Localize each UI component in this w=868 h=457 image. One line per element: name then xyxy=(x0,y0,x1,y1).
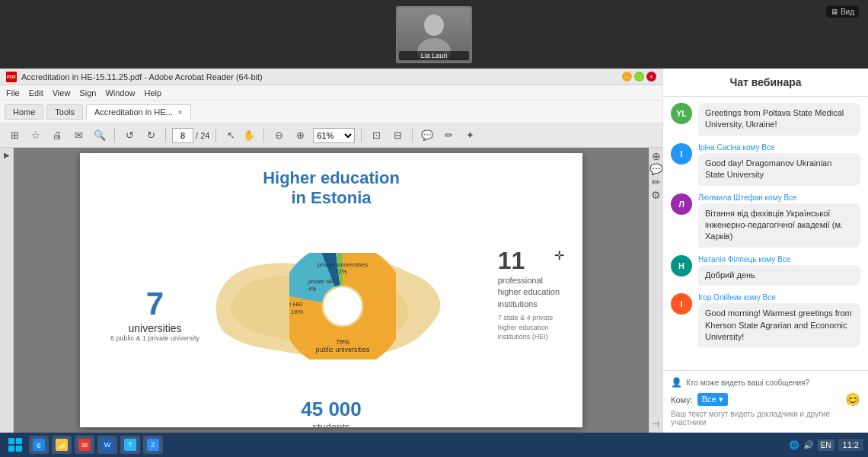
chat-hint: Ваш текст могут видеть докладчики и друг… xyxy=(671,410,860,427)
person-icon: 👤 xyxy=(671,377,682,388)
close-button[interactable]: × xyxy=(646,72,656,81)
message-content: Наталія Філпець кому Все Добрий день xyxy=(698,255,860,286)
network-icon: 🌐 xyxy=(789,440,799,450)
taskbar-mail-icon[interactable]: ✉ xyxy=(75,436,94,454)
menu-sign[interactable]: Sign xyxy=(79,88,96,97)
stat-professional: 11 professional higher education institu… xyxy=(498,246,560,341)
svg-text:state HEI: state HEI xyxy=(289,301,303,308)
maximize-button[interactable]: □ xyxy=(634,72,644,81)
tab-accreditation[interactable]: Accreditation in HE... × xyxy=(86,104,191,120)
zoom-out-icon[interactable]: ⊖ xyxy=(270,127,287,144)
tab-home[interactable]: Home xyxy=(5,104,43,120)
zoom-in-icon[interactable]: ⊕ xyxy=(292,127,308,144)
svg-point-0 xyxy=(424,14,444,36)
annotate-icon[interactable]: ✏ xyxy=(440,127,457,144)
message-bubble: Good day! Dragomanov Ukrainian State Uni… xyxy=(698,153,860,186)
hand-tool-icon[interactable]: ✋ xyxy=(241,127,257,144)
comment-icon[interactable]: 💬 xyxy=(419,127,436,144)
start-button[interactable] xyxy=(5,436,26,454)
panel-expand-icon[interactable]: ▶ xyxy=(4,151,10,159)
avatar: І xyxy=(671,143,692,165)
toolbar-divider-2 xyxy=(165,129,166,142)
fit-page-icon[interactable]: ⊡ xyxy=(368,127,385,144)
message-sender: Ігор Олійник кому Все xyxy=(698,293,860,302)
prev-page-icon[interactable]: ↺ xyxy=(121,127,138,144)
svg-rect-16 xyxy=(16,438,22,444)
bookmark-icon[interactable]: ☆ xyxy=(27,127,44,144)
minimize-button[interactable]: − xyxy=(622,72,632,81)
tools2-icon[interactable]: ✦ xyxy=(461,127,478,144)
menu-view[interactable]: View xyxy=(53,88,71,97)
cursor-tools: ↖ ✋ xyxy=(222,127,257,144)
tools-side-icon[interactable]: ⚙ xyxy=(651,190,661,200)
pdf-section: PDF Accreditation in HE-15.11.25.pdf - A… xyxy=(0,69,662,433)
chat-message: YL Greetings from Poltava State Medical … xyxy=(671,103,860,136)
chat-message: І Іріна Сасіна кому Все Good day! Dragom… xyxy=(671,143,860,186)
select-tool-icon[interactable]: ↖ xyxy=(222,127,239,144)
slide-content: Higher education in Estonia 7 universiti… xyxy=(80,153,582,427)
message-bubble: Good morning! Warmest greetings from Khe… xyxy=(698,303,860,347)
avatar: І xyxy=(671,293,692,315)
page-number-input[interactable] xyxy=(172,128,193,143)
chat-to-label: Кому: xyxy=(671,395,693,404)
svg-text:2%: 2% xyxy=(338,268,347,275)
taskbar-folder-icon[interactable]: 📁 xyxy=(52,436,72,454)
menu-help[interactable]: Help xyxy=(145,88,162,97)
chat-title: Чат вебинара xyxy=(674,76,857,88)
taskbar-telegram-icon[interactable]: T xyxy=(120,436,140,454)
next-page-icon[interactable]: ↻ xyxy=(142,127,159,144)
toolbar-divider-4 xyxy=(263,129,264,142)
svg-rect-17 xyxy=(8,446,14,452)
pdf-titlebar: PDF Accreditation in HE-15.11.25.pdf - A… xyxy=(0,69,662,85)
comment-side-icon[interactable]: 💬 xyxy=(649,164,662,174)
language-indicator[interactable]: EN xyxy=(818,439,834,451)
menu-window[interactable]: Window xyxy=(105,88,135,97)
chat-message: І Ігор Олійник кому Все Good morning! Wa… xyxy=(671,293,860,347)
svg-point-6 xyxy=(324,287,362,325)
tab-close-icon[interactable]: × xyxy=(178,108,183,117)
taskbar-ie-icon[interactable]: e xyxy=(29,436,49,454)
volume-icon: 🔊 xyxy=(803,440,814,450)
taskbar-word-icon[interactable]: W xyxy=(97,436,117,454)
zoom-in-side-icon[interactable]: ⊕ xyxy=(652,151,661,161)
zoom-select[interactable]: 61% 50% 75% 100% xyxy=(313,128,355,143)
pencil-side-icon[interactable]: ✏ xyxy=(652,177,661,187)
stat-universities: 7 universities 6 public & 1 private univ… xyxy=(110,286,199,342)
view-button[interactable]: 🖥 Вид xyxy=(826,6,859,18)
email-icon[interactable]: ✉ xyxy=(70,127,87,144)
menu-edit[interactable]: Edit xyxy=(29,88,43,97)
emoji-button[interactable]: 😊 xyxy=(845,392,860,407)
taskbar: e 📁 ✉ W T Z 🌐 🔊 EN 11:2 xyxy=(0,433,868,457)
print-icon[interactable]: 🖨 xyxy=(49,127,65,144)
monitor-icon: 🖥 xyxy=(831,8,838,16)
pdf-right-panel: ⊕ 💬 ✏ ⚙ ⊣ xyxy=(649,148,662,433)
chat-footer: 👤 Кто може видеть ваші сообщения? Кому: … xyxy=(663,370,868,433)
message-sender: Люлмила Штефан кому Все xyxy=(698,193,860,202)
chat-panel: Чат вебинара YL Greetings from Poltava S… xyxy=(662,69,868,433)
message-content: Ігор Олійник кому Все Good morning! Warm… xyxy=(698,293,860,347)
page-thumbnails-icon[interactable]: ⊞ xyxy=(6,127,23,144)
taskbar-systray: 🌐 🔊 EN 11:2 xyxy=(789,439,863,451)
page-end-icon[interactable]: ⊣ xyxy=(653,416,659,430)
taskbar-zoom-icon[interactable]: Z xyxy=(143,436,163,454)
fit-width-icon[interactable]: ⊟ xyxy=(389,127,406,144)
message-content: Greetings from Poltava State Medical Uni… xyxy=(698,103,860,136)
chat-recipient-dropdown[interactable]: Все ▾ xyxy=(697,393,728,406)
menu-file[interactable]: File xyxy=(6,88,20,97)
svg-text:public universities: public universities xyxy=(315,346,370,353)
message-sender: Іріна Сасіна кому Все xyxy=(698,143,860,152)
map-container: private universities 2% state HEI 16% pr… xyxy=(202,230,461,398)
pdf-left-panel: ▶ xyxy=(0,148,14,433)
slide-map-area: 7 universities 6 public & 1 private univ… xyxy=(95,215,567,413)
toolbar-divider-6 xyxy=(412,129,413,142)
pdf-app-icon: PDF xyxy=(6,72,17,82)
message-content: Люлмила Штефан кому Все Вітання від фахі… xyxy=(698,193,860,248)
pdf-menubar: File Edit View Sign Window Help xyxy=(0,85,662,101)
message-content: Іріна Сасіна кому Все Good day! Dragoman… xyxy=(698,143,860,186)
svg-text:private HEI: private HEI xyxy=(308,279,335,285)
message-sender: Наталія Філпець кому Все xyxy=(698,255,860,264)
find-icon[interactable]: 🔍 xyxy=(91,127,108,144)
tab-tools[interactable]: Tools xyxy=(46,104,83,120)
pdf-nav-toolbar: ⊞ ☆ 🖨 ✉ 🔍 ↺ ↻ / 24 ↖ ✋ ⊖ ⊕ 61% 50% xyxy=(0,123,662,148)
pdf-page: Higher education in Estonia 7 universiti… xyxy=(80,153,582,427)
